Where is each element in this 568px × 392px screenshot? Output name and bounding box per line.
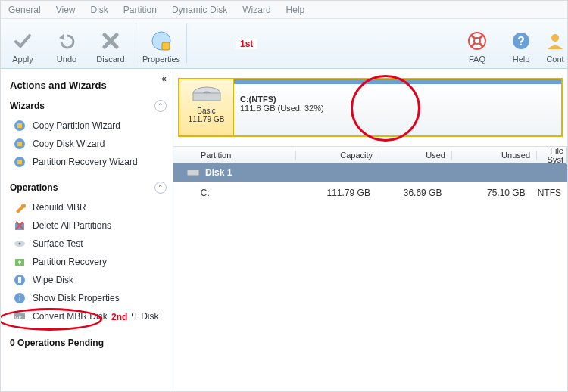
svg-rect-8: [17, 123, 22, 128]
item-label: Convert MBR Disk to GPT Disk: [33, 311, 158, 322]
svg-point-15: [19, 243, 21, 245]
sidebar-item-wipe-disk[interactable]: Wipe Disk: [10, 271, 167, 289]
menu-disk[interactable]: Disk: [91, 5, 108, 15]
sidebar-item-partition-recovery[interactable]: Partition Recovery: [10, 253, 167, 271]
volume-bar: [234, 79, 561, 84]
table-group-disk1[interactable]: Disk 1: [173, 163, 567, 182]
wipe-icon: [13, 273, 27, 287]
convert-icon: GPT: [13, 310, 27, 323]
menu-general[interactable]: General: [8, 5, 41, 15]
sidebar: « Actions and Wizards Wizards ⌃ Copy Par…: [1, 69, 173, 392]
properties-button[interactable]: Properties: [139, 26, 183, 68]
undo-label: Undo: [45, 54, 89, 64]
th-used[interactable]: Used: [379, 151, 452, 160]
item-label: Show Disk Properties: [33, 293, 120, 303]
faq-button[interactable]: FAQ: [455, 26, 499, 68]
volume-label: C:(NTFS): [240, 95, 555, 104]
svg-text:?: ?: [517, 35, 525, 48]
menu-view[interactable]: View: [56, 5, 76, 15]
menu-help[interactable]: Help: [286, 5, 305, 15]
menu-partition[interactable]: Partition: [123, 5, 157, 15]
cell-used: 36.69 GB: [376, 188, 448, 198]
sidebar-item-copy-disk-wizard[interactable]: Copy Disk Wizard: [10, 135, 167, 153]
sidebar-item-surface-test[interactable]: Surface Test: [10, 235, 167, 253]
table-header: Partition Capacity Used Unused File Syst: [173, 147, 567, 163]
operations-header[interactable]: Operations ⌃: [10, 182, 167, 194]
operations-pending: 0 Operations Pending: [10, 338, 167, 348]
help-button[interactable]: ? Help: [499, 26, 543, 68]
group-label: Disk 1: [205, 167, 232, 178]
partition-table: Partition Capacity Used Unused File Syst…: [173, 146, 567, 204]
menu-dynamic-disk[interactable]: Dynamic Disk: [172, 5, 227, 15]
collapse-sidebar-icon[interactable]: «: [161, 73, 167, 84]
apply-label: Apply: [1, 54, 45, 64]
sidebar-item-convert-mbr-gpt[interactable]: GPT Convert MBR Disk to GPT Disk: [10, 307, 167, 325]
separator: [186, 23, 187, 63]
wizard-icon: [13, 119, 27, 132]
menu-wizard[interactable]: Wizard: [242, 5, 270, 15]
lifebuoy-icon: [467, 30, 488, 51]
svg-rect-25: [193, 93, 220, 101]
sidebar-item-delete-all-partitions[interactable]: Delete All Partitions: [10, 216, 167, 235]
wizard-icon: [13, 155, 27, 169]
undo-button[interactable]: Undo: [45, 26, 89, 68]
item-label: Wipe Disk: [33, 275, 73, 285]
volume-detail: 111.8 GB (Used: 32%): [240, 104, 555, 113]
volume-c[interactable]: C:(NTFS) 111.8 GB (Used: 32%): [234, 79, 561, 135]
sidebar-item-show-disk-properties[interactable]: i Show Disk Properties: [10, 289, 167, 307]
toolbar: Apply Undo Discard Properties 1st FAQ ?: [1, 19, 567, 69]
discard-label: Discard: [89, 54, 133, 64]
help-label: Help: [499, 54, 543, 64]
th-filesystem[interactable]: File Syst: [537, 146, 567, 164]
svg-rect-12: [17, 160, 22, 164]
hdd-icon: [190, 84, 223, 107]
item-label: Surface Test: [33, 238, 83, 249]
contact-icon: [545, 30, 566, 51]
contact-label: Cont: [543, 54, 567, 64]
th-partition[interactable]: Partition: [195, 151, 296, 160]
undo-icon: [56, 30, 77, 51]
cell-capacity: 111.79 GB: [295, 188, 376, 198]
disk-card[interactable]: Basic 111.79 GB: [179, 79, 234, 135]
svg-point-3: [474, 38, 480, 44]
menu-bar: General View Disk Partition Dynamic Disk…: [1, 1, 567, 19]
recovery-icon: [13, 255, 27, 269]
annotation-first: 1st: [236, 39, 257, 49]
sidebar-item-partition-recovery-wizard[interactable]: Partition Recovery Wizard: [10, 153, 167, 171]
cell-partition: C:: [195, 188, 295, 198]
cell-unused: 75.10 GB: [448, 188, 531, 198]
hdd-small-icon: [187, 168, 199, 177]
th-capacity[interactable]: Capacity: [296, 151, 379, 160]
svg-rect-1: [162, 42, 170, 50]
operations-label: Operations: [10, 182, 58, 193]
svg-rect-10: [17, 142, 22, 146]
separator: [136, 23, 136, 63]
wizards-header[interactable]: Wizards ⌃: [10, 100, 167, 112]
svg-text:GPT: GPT: [15, 315, 25, 319]
sidebar-item-rebuild-mbr[interactable]: Rebuild MBR: [10, 198, 167, 216]
wizard-icon: [13, 137, 27, 151]
table-row[interactable]: C: 111.79 GB 36.69 GB 75.10 GB NTFS: [173, 182, 567, 204]
disk-card-name: Basic: [179, 107, 233, 115]
sidebar-item-copy-partition-wizard[interactable]: Copy Partition Wizard: [10, 117, 167, 135]
cell-fs: NTFS: [532, 188, 567, 198]
wrench-icon: [13, 201, 27, 214]
contact-button[interactable]: Cont: [543, 26, 567, 68]
svg-rect-18: [18, 277, 21, 283]
content-area: Basic 111.79 GB C:(NTFS) 111.8 GB (Used:…: [173, 69, 567, 392]
disk-map[interactable]: Basic 111.79 GB C:(NTFS) 111.8 GB (Used:…: [178, 78, 563, 137]
item-label: Partition Recovery: [33, 257, 107, 267]
discard-button[interactable]: Discard: [89, 26, 133, 68]
x-icon: [100, 30, 121, 51]
delete-icon: [13, 219, 27, 232]
scan-icon: [13, 237, 27, 250]
check-icon: [12, 30, 33, 51]
sidebar-title: Actions and Wizards: [10, 79, 167, 91]
item-label: Copy Partition Wizard: [33, 120, 120, 131]
item-label: Rebuild MBR: [33, 202, 86, 213]
svg-rect-26: [187, 170, 199, 176]
apply-button[interactable]: Apply: [1, 26, 45, 68]
svg-text:i: i: [19, 294, 20, 303]
th-unused[interactable]: Unused: [452, 151, 537, 160]
item-label: Copy Disk Wizard: [33, 138, 105, 149]
